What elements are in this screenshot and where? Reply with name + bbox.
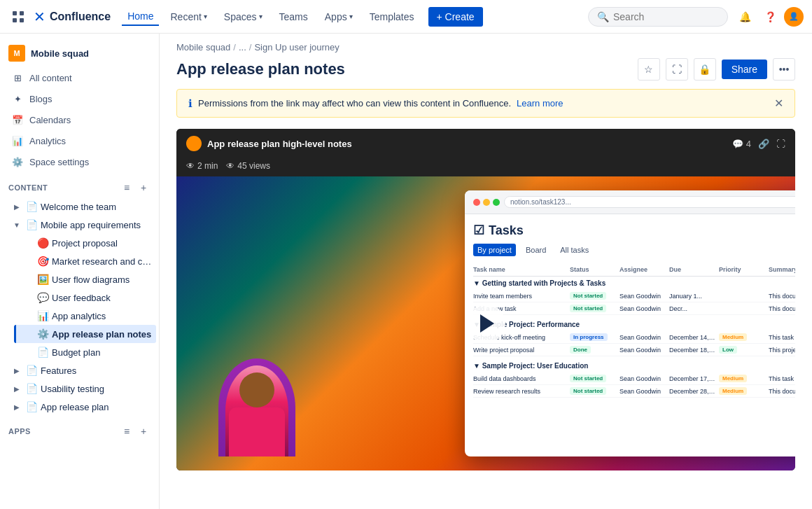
notifications-icon[interactable]: 🔔 [734, 6, 756, 28]
tree-toggle[interactable] [22, 310, 34, 321]
tree-label: Mobile app requirements [41, 220, 153, 230]
sidebar-space[interactable]: M Mobile squad [0, 39, 159, 67]
add-content-button[interactable]: + [136, 181, 150, 195]
fullscreen-button[interactable]: ⛶ [666, 58, 688, 81]
help-icon[interactable]: ❓ [759, 6, 781, 28]
comment-icon[interactable]: 💬 4 [732, 139, 751, 149]
page-icon: 📄 [25, 382, 38, 395]
tree-toggle[interactable]: ▶ [11, 365, 22, 376]
tree-item-app-analytics[interactable]: 📊 App analytics [11, 307, 159, 325]
tab-board[interactable]: Board [522, 244, 550, 256]
task-assignee: Sean Goodwin [620, 388, 666, 395]
logo[interactable]: ✕ Confluence [34, 8, 111, 25]
task-status: Not started [570, 375, 617, 382]
share-button[interactable]: Share [722, 60, 767, 79]
grid-icon[interactable] [8, 7, 28, 27]
col-task: Task name [473, 266, 567, 273]
col-due: Due [669, 266, 716, 273]
tree-label: Welcome the team [41, 202, 153, 212]
traffic-lights [473, 199, 500, 206]
user-avatar[interactable]: 👤 [784, 7, 804, 27]
breadcrumb-space[interactable]: Mobile squad [176, 42, 230, 53]
calendar-icon: 📅 [11, 113, 24, 126]
tree-toggle[interactable] [22, 256, 34, 267]
link-icon[interactable]: 🔗 [758, 139, 769, 149]
tree-toggle[interactable] [22, 347, 34, 358]
tree-item-market-research[interactable]: 🎯 Market research and co... [11, 252, 159, 270]
tree-toggle[interactable]: ▶ [11, 401, 22, 412]
nav-home[interactable]: Home [122, 8, 159, 26]
tree-toggle[interactable] [22, 292, 34, 303]
sidebar-space-settings[interactable]: ⚙️ Space settings [3, 151, 156, 172]
more-options-button[interactable]: ••• [773, 58, 795, 81]
tree-item-features[interactable]: ▶ 📄 Features [0, 361, 159, 379]
breadcrumb-parent[interactable]: Sign Up user journey [254, 42, 339, 53]
tree-item-project-proposal[interactable]: 🔴 Project proposal [11, 234, 159, 252]
confluence-logo-icon: ✕ [34, 8, 46, 25]
tree-toggle[interactable]: ▼ [11, 219, 22, 230]
task-status: Done [570, 346, 617, 354]
tree-label: Usability testing [41, 384, 153, 394]
expand-icon[interactable]: ⛶ [776, 139, 785, 149]
search-input[interactable] [613, 11, 719, 22]
task-assignee: Sean Goodwin [620, 347, 666, 354]
play-button[interactable] [466, 304, 505, 343]
tree-item-user-flow[interactable]: 🖼️ User flow diagrams [11, 270, 159, 288]
sidebar-calendars[interactable]: 📅 Calendars [3, 109, 156, 130]
views-eye-icon: 👁 [226, 161, 234, 171]
lock-button[interactable]: 🔒 [694, 58, 716, 81]
nav-teams[interactable]: Teams [274, 8, 314, 25]
video-avatar [186, 136, 202, 151]
section-performance: ▼ Sample Project: Performance Schedule k… [473, 321, 795, 356]
screenshot-header: notion.so/task123... [465, 190, 795, 214]
task-due: January 1... [669, 293, 716, 300]
tab-all-tasks[interactable]: All tasks [556, 244, 593, 256]
tree-item-mobile-app-req[interactable]: ▼ 📄 Mobile app requirements [0, 216, 159, 234]
svg-rect-3 [20, 18, 24, 22]
tree-toggle[interactable] [22, 237, 34, 249]
tree-item-user-feedback[interactable]: 💬 User feedback [11, 288, 159, 307]
tree-toggle[interactable] [22, 328, 34, 340]
task-status: In progress [570, 333, 617, 341]
tree-item-welcome[interactable]: ▶ 📄 Welcome the team [0, 197, 159, 216]
tree-toggle[interactable] [22, 274, 34, 285]
sidebar-analytics[interactable]: 📊 Analytics [3, 130, 156, 151]
tree-item-usability[interactable]: ▶ 📄 Usability testing [0, 379, 159, 398]
nav-spaces[interactable]: Spaces ▾ [218, 8, 268, 25]
nav-apps[interactable]: Apps ▾ [319, 8, 358, 25]
nav-templates[interactable]: Templates [364, 8, 420, 25]
breadcrumb-ellipsis[interactable]: ... [239, 42, 246, 53]
task-summary: This task is in progress and involves sc… [769, 334, 795, 341]
create-button[interactable]: + Create [428, 7, 483, 27]
sidebar-all-content[interactable]: ⊞ All content [3, 67, 156, 88]
sidebar-blogs[interactable]: ✦ Blogs [3, 88, 156, 109]
nav-recent[interactable]: Recent ▾ [164, 8, 212, 25]
tab-by-project[interactable]: By project [473, 244, 516, 256]
section-header: ▼ Getting started with Projects & Tasks [473, 279, 795, 287]
breadcrumb-sep: / [233, 42, 236, 53]
tree-item-budget-plan[interactable]: 📄 Budget plan [11, 343, 159, 361]
close-dot [473, 199, 480, 206]
task-summary: This document outlines the goals and non… [769, 388, 795, 395]
task-due: December 28, 2023 [669, 388, 716, 395]
video-header-left: App release plan high-level notes [186, 136, 352, 151]
task-summary: This project proposal aims to achieve cr… [769, 347, 795, 354]
task-priority: Medium [719, 387, 766, 395]
add-apps-button[interactable]: + [136, 424, 150, 438]
tree-item-app-release-plan[interactable]: ▶ 📄 App release plan [0, 398, 159, 416]
star-button[interactable]: ☆ [638, 58, 660, 81]
tree-toggle[interactable]: ▶ [11, 201, 22, 212]
filter-content-button[interactable]: ≡ [120, 181, 134, 195]
video-container: App release plan high-level notes 💬 4 🔗 … [176, 129, 795, 470]
main-layout: M Mobile squad ⊞ All content ✦ Blogs 📅 C… [0, 34, 812, 509]
video-title: App release plan high-level notes [207, 139, 352, 149]
search-bar[interactable]: 🔍 [588, 7, 728, 27]
tree-toggle[interactable]: ▶ [11, 383, 22, 394]
notice-close-button[interactable]: ✕ [774, 97, 783, 110]
task-summary: This document provides instructions for … [769, 293, 795, 300]
tree-item-app-release-notes[interactable]: ⚙️ App release plan notes [11, 325, 159, 343]
maximize-dot [493, 199, 500, 206]
notice-learn-more[interactable]: Learn more [517, 98, 563, 109]
video-body[interactable]: notion.so/task123... ☑ Tasks By project … [176, 176, 795, 470]
filter-apps-button[interactable]: ≡ [120, 424, 134, 438]
